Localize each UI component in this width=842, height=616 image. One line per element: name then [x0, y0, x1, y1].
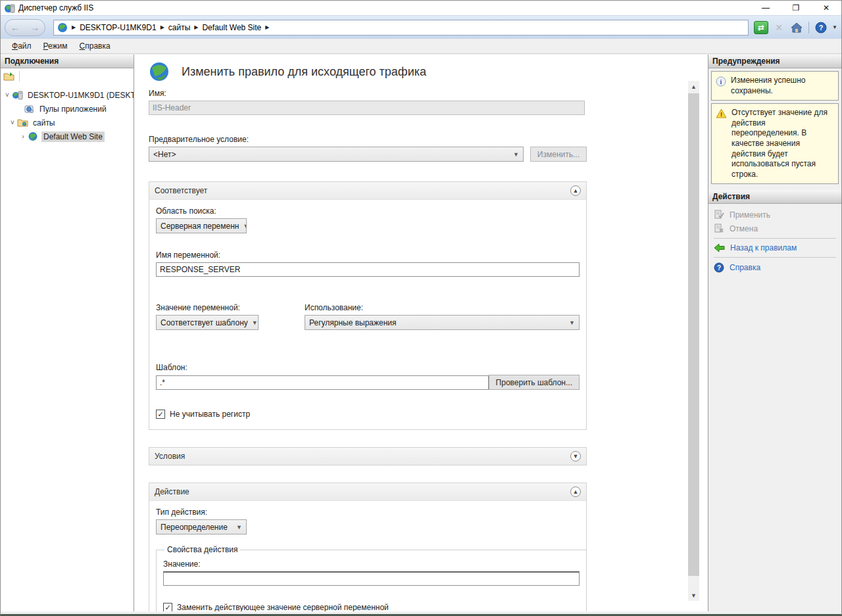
- collapse-section-icon[interactable]: ▲: [570, 185, 581, 196]
- vertical-scrollbar[interactable]: ▲ ▼: [688, 81, 699, 601]
- apply-button: Применить: [708, 208, 841, 222]
- breadcrumb[interactable]: ▶ DESKTOP-U1MK9D1 ▶ сайты ▶ Default Web …: [53, 20, 749, 36]
- help-icon[interactable]: ?: [814, 21, 828, 34]
- page-globe-icon: [149, 61, 171, 82]
- forward-button[interactable]: →: [30, 23, 39, 32]
- add-connection-icon[interactable]: [3, 72, 15, 82]
- scroll-up-icon[interactable]: ▲: [688, 81, 699, 92]
- action-type-label: Тип действия:: [156, 508, 580, 517]
- tree-item-label[interactable]: Default Web Site: [41, 131, 105, 142]
- actions-divider: [714, 257, 836, 258]
- minimize-button[interactable]: —: [751, 1, 781, 15]
- content-panel: Изменить правило для исходящего трафика …: [134, 55, 708, 611]
- tree-item-label[interactable]: Пулы приложений: [37, 104, 109, 114]
- action-section: Действие ▲ Тип действия: Переопределение…: [149, 483, 587, 611]
- back-to-rules-label[interactable]: Назад к правилам: [730, 243, 797, 252]
- connections-toolbar: [1, 68, 134, 84]
- address-bar: ← → ▶ DESKTOP-U1MK9D1 ▶ сайты ▶ Default …: [1, 15, 841, 39]
- help-dropdown-icon[interactable]: ▼: [832, 24, 837, 30]
- tree-item-label[interactable]: DESKTOP-U1MK9D1 (DESKTOP: [26, 90, 134, 101]
- collapse-section-icon[interactable]: ▲: [570, 486, 581, 497]
- back-to-rules-link[interactable]: Назад к правилам: [708, 241, 841, 254]
- conditions-section: Условия ▼: [149, 447, 587, 465]
- expand-icon[interactable]: ›: [19, 133, 27, 140]
- using-select[interactable]: Регулярные выражения ▼: [305, 315, 580, 330]
- value-match-select[interactable]: Соответствует шаблону ▼: [156, 315, 259, 330]
- action-properties-legend: Свойства действия: [164, 545, 240, 554]
- close-button[interactable]: ✕: [811, 1, 841, 15]
- iis-manager-window: Диспетчер служб IIS — ❐ ✕ ← → ▶ DESKTOP-…: [0, 0, 842, 616]
- replace-value-checkbox[interactable]: ✓: [163, 603, 172, 611]
- precondition-select[interactable]: <Нет> ▼: [149, 147, 524, 162]
- tree-item-server[interactable]: ˅ DESKTOP-U1MK9D1 (DESKTOP: [1, 88, 134, 102]
- refresh-icon[interactable]: ⇄: [754, 21, 768, 34]
- apply-label: Применить: [730, 210, 770, 220]
- variable-name-label: Имя переменной:: [156, 250, 580, 260]
- sites-folder-icon: [17, 118, 28, 128]
- match-section: Соответствует ▲ Область поиска: Серверна…: [149, 181, 587, 430]
- connections-header: Подключения: [1, 55, 134, 68]
- breadcrumb-item-default-web-site[interactable]: Default Web Site: [202, 23, 261, 32]
- ignore-case-checkbox[interactable]: ✓: [156, 410, 165, 419]
- value-field[interactable]: [163, 571, 580, 586]
- scroll-down-icon[interactable]: ▼: [688, 590, 699, 601]
- chevron-down-icon: ▼: [239, 223, 247, 229]
- expand-section-icon[interactable]: ▼: [570, 451, 581, 462]
- menu-file[interactable]: Файл: [6, 39, 37, 53]
- home-icon[interactable]: [789, 21, 804, 34]
- apply-icon: [714, 210, 724, 220]
- replace-value-label: Заменить действующее значение серверной …: [177, 603, 389, 611]
- tree-item-default-web-site[interactable]: › Default Web Site: [1, 130, 134, 143]
- tree-item-sites[interactable]: ˅ сайты: [1, 116, 134, 130]
- cancel-icon: [714, 224, 724, 233]
- menu-help[interactable]: Справка: [74, 39, 116, 53]
- help-label[interactable]: Справка: [730, 263, 760, 272]
- alert-warning: ! Отсутствует значение для действия пере…: [711, 103, 839, 184]
- value-match-label: Значение переменной:: [156, 303, 305, 312]
- actions-divider: [714, 238, 836, 239]
- breadcrumb-item-sites[interactable]: сайты: [168, 23, 191, 32]
- connections-panel: Подключения ˅ DESKTOP-U1MK9D1 (DESKTOP: [1, 55, 134, 611]
- test-pattern-button[interactable]: Проверить шаблон...: [489, 375, 580, 390]
- conditions-section-title: Условия: [155, 452, 185, 461]
- name-field: [149, 101, 585, 115]
- breadcrumb-item-server[interactable]: DESKTOP-U1MK9D1: [80, 23, 156, 32]
- help-circle-icon: ?: [714, 262, 724, 273]
- info-icon: i: [716, 76, 726, 87]
- pattern-field[interactable]: [156, 375, 489, 390]
- alert-info: i Изменения успешно сохранены.: [711, 71, 839, 101]
- svg-text:!: !: [720, 111, 722, 118]
- app-pools-icon: [24, 104, 35, 114]
- restore-button[interactable]: ❐: [781, 1, 811, 15]
- breadcrumb-separator: ▶: [265, 24, 269, 30]
- svg-text:?: ?: [819, 24, 824, 32]
- alerts-header: Предупреждения: [708, 55, 841, 68]
- app-icon: [4, 3, 15, 13]
- alert-info-text: Изменения успешно сохранены.: [731, 76, 834, 96]
- edit-precondition-button[interactable]: Изменить...: [530, 147, 587, 162]
- chevron-down-icon: ▼: [509, 151, 519, 158]
- chevron-down-icon: ▼: [248, 320, 258, 326]
- scrollbar-thumb[interactable]: [688, 93, 699, 576]
- precondition-label: Предварительное условие:: [149, 135, 587, 144]
- toolbar-divider: [19, 71, 20, 82]
- tree-item-app-pools[interactable]: Пулы приложений: [1, 102, 134, 116]
- right-panel: Предупреждения i Изменения успешно сохра…: [708, 55, 841, 611]
- collapse-icon[interactable]: ˅: [3, 91, 11, 99]
- back-arrow-icon: [714, 243, 725, 252]
- menu-view[interactable]: Режим: [37, 39, 74, 53]
- actions-header: Действия: [708, 190, 841, 204]
- alert-warning-text: Отсутствует значение для действия переоп…: [731, 108, 834, 179]
- back-button[interactable]: ←: [11, 23, 20, 32]
- window-title: Диспетчер служб IIS: [18, 3, 93, 12]
- scope-select[interactable]: Серверная переменн ▼: [156, 218, 247, 233]
- using-label: Использование:: [305, 303, 580, 312]
- help-link[interactable]: ? Справка: [708, 260, 841, 275]
- cancel-button: Отмена: [708, 222, 841, 235]
- collapse-icon[interactable]: ˅: [9, 119, 16, 126]
- menu-bar: Файл Режим Справка: [1, 39, 841, 54]
- action-type-select[interactable]: Переопределение ▼: [156, 519, 247, 534]
- pattern-label: Шаблон:: [156, 363, 580, 372]
- tree-item-label[interactable]: сайты: [31, 118, 57, 128]
- variable-name-field[interactable]: [156, 262, 580, 277]
